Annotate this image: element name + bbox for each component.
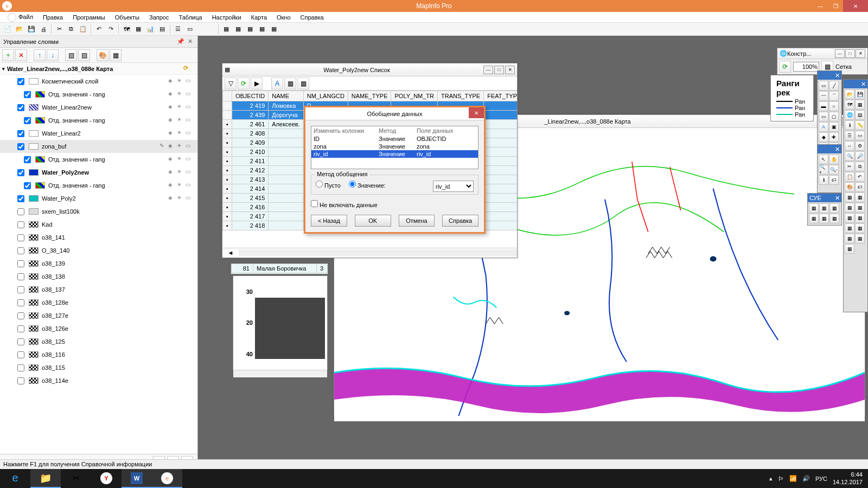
t-map-icon[interactable]: 🗺 [845,100,854,110]
layer-visible-checkbox[interactable] [17,377,24,384]
layer-visible-checkbox[interactable] [17,234,24,241]
dialog-close-icon[interactable]: ✕ [469,107,484,118]
list-max-icon[interactable]: □ [494,66,504,74]
layer-opt2-icon[interactable]: ☀ [177,104,184,111]
tb-cut-icon[interactable]: ✂ [54,24,65,35]
layer-opt2-icon[interactable]: ☀ [177,195,184,202]
layer-props1-icon[interactable]: ▧ [65,49,77,61]
layer-visible-checkbox[interactable] [17,299,24,306]
taskbar-word-icon[interactable]: W [122,469,152,488]
layer-row[interactable]: zona_buf ✎◈☀▭ [0,140,197,153]
t-label-icon[interactable]: 🏷 [855,182,865,192]
value-select[interactable]: riv_id [433,181,474,192]
tool-ellipse-icon[interactable]: ○ [829,101,839,111]
menu-map[interactable]: Карта [247,13,271,22]
layer-row[interactable]: Water_Linear2new ◈☀▭ [0,101,197,114]
panel-close-icon[interactable]: ✕ [186,38,194,44]
layer-visible-checkbox[interactable] [17,260,24,267]
layer-visible-checkbox[interactable] [24,91,31,98]
t-cog-icon[interactable]: ⚙ [855,141,865,151]
t-layers-icon[interactable]: ☰ [845,131,854,140]
t-misc11-icon[interactable]: ▦ [845,244,854,254]
layer-visible-checkbox[interactable] [17,273,24,280]
nav-label-icon[interactable]: 🏷 [829,175,839,185]
t-paste-icon[interactable]: 📋 [845,172,854,182]
layer-row[interactable]: o38_137 [0,283,197,296]
col-header[interactable]: NAME [269,91,303,101]
nav-zoomout-icon[interactable]: 🔍- [829,165,839,175]
menu-settings[interactable]: Настройки [208,13,246,22]
nav-pointer-icon[interactable]: ↖ [819,155,828,164]
layer-opt2-icon[interactable]: ☀ [177,143,184,150]
layer-opt1-icon[interactable]: ◈ [168,130,176,137]
tb-misc4-icon[interactable]: ▦ [257,24,267,35]
layer-visible-checkbox[interactable] [17,338,24,345]
nav-pan-icon[interactable]: ✋ [829,155,839,164]
t-misc7-icon[interactable]: ▦ [845,223,854,233]
sue-btn4-icon[interactable]: ▦ [809,214,819,223]
layer-opt2-icon[interactable]: ☀ [177,91,184,98]
t-misc9-icon[interactable]: ▦ [845,234,854,243]
t-misc3-icon[interactable]: ▦ [845,203,854,213]
layer-row[interactable]: O_38_140 [0,244,197,257]
layer-row[interactable]: Отд. значения - rang ◈☀▭ [0,88,197,101]
layer-visible-checkbox[interactable] [17,208,24,215]
constr-refresh-icon[interactable]: ⟳ [779,61,791,73]
help-button[interactable]: Справка [442,215,478,227]
col-header[interactable]: TRANS_TYPE [438,91,484,101]
layer-row[interactable]: o38_116 [0,348,197,361]
ok-button[interactable]: OK [355,215,391,227]
tool-line-icon[interactable]: ╱ [829,81,839,91]
layer-visible-checkbox[interactable] [17,312,24,319]
layer-opt1-icon[interactable]: ◈ [168,195,176,202]
layer-visible-checkbox[interactable] [17,169,24,176]
tray-clock[interactable]: 6:44 14.12.2017 [833,471,863,485]
list-filter-icon[interactable]: ▽ [225,78,237,89]
taskbar-snip-icon[interactable]: ✂ [61,469,91,488]
t-legend-icon[interactable]: ▭ [855,131,865,140]
tb-misc5-icon[interactable]: ▦ [269,24,279,35]
layer-visible-checkbox[interactable] [17,325,24,332]
layers-tree[interactable]: ▾ Water_Linear2new,...,o38_088e Карта ⟳ … [0,63,197,454]
tree-header[interactable]: ▾ Water_Linear2new,...,o38_088e Карта ⟳ [0,63,197,75]
layer-label-icon[interactable]: ▦ [110,49,122,61]
menu-file[interactable]: Файл [3,12,37,23]
layer-opt3-icon[interactable]: ▭ [186,117,193,124]
layer-visible-checkbox[interactable] [24,182,31,189]
layer-opt1-icon[interactable]: ◈ [168,156,176,163]
dialog-row[interactable]: riv_idЗначениеriv_id [311,150,478,158]
tb-list-icon[interactable]: ▦ [133,24,144,35]
t-globe-icon[interactable]: 🌐 [845,110,854,120]
columns-list[interactable]: Изменить колонки Метод Поле данных IDЗна… [311,126,478,169]
layer-row[interactable]: Косметический слой ◈☀▭ [0,75,197,88]
tb-undo-icon[interactable]: ↶ [93,24,104,35]
tb-legend-icon[interactable]: ▭ [184,24,195,35]
layer-opt3-icon[interactable]: ▭ [186,195,193,202]
t-open-icon[interactable]: 📂 [845,89,854,99]
layer-row[interactable]: o38_138 [0,270,197,283]
layer-opt3-icon[interactable]: ▭ [186,169,193,176]
layer-style-icon[interactable]: 🎨 [97,49,108,61]
panel-close-icon[interactable]: ✕ [861,81,866,88]
refresh-icon[interactable]: ⟳ [183,65,192,73]
layer-opt2-icon[interactable]: ☀ [177,117,184,124]
layer-opt3-icon[interactable]: ▭ [186,78,193,85]
tb-paste-icon[interactable]: 📋 [78,24,88,35]
menu-query[interactable]: Запрос [145,13,173,22]
t-misc1-icon[interactable]: ▦ [845,192,854,202]
layer-opt3-icon[interactable]: ▭ [186,143,193,150]
tray-network-icon[interactable]: 📶 [789,475,797,482]
move-down-icon[interactable]: ↓ [47,49,59,61]
panel-close-icon[interactable]: ✕ [835,72,840,79]
tb-open-icon[interactable]: 📂 [14,24,25,35]
layer-opt1-icon[interactable]: ◈ [168,182,176,189]
tool-select-icon[interactable]: ▭ [819,81,828,91]
t-layout-icon[interactable]: ▤ [855,110,865,120]
t-misc8-icon[interactable]: ▦ [855,223,865,233]
layer-opt1-icon[interactable]: ◈ [168,169,176,176]
layer-opt3-icon[interactable]: ▭ [186,91,193,98]
taskbar-yandex-icon[interactable]: Y [91,469,122,488]
tb-save-icon[interactable]: 💾 [26,24,37,35]
layer-opt1-icon[interactable]: ◈ [168,143,176,150]
layer-opt2-icon[interactable]: ☀ [177,169,184,176]
